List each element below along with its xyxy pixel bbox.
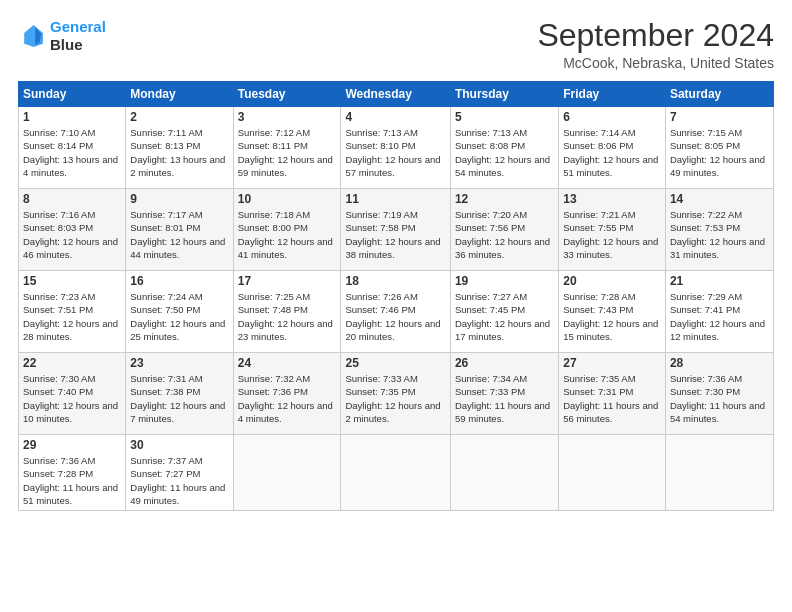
day-number: 8 <box>23 192 121 206</box>
calendar: Sunday Monday Tuesday Wednesday Thursday… <box>18 81 774 511</box>
day-number: 7 <box>670 110 769 124</box>
day-number: 23 <box>130 356 228 370</box>
table-row <box>559 435 666 511</box>
day-number: 16 <box>130 274 228 288</box>
calendar-header-row: Sunday Monday Tuesday Wednesday Thursday… <box>19 82 774 107</box>
day-info: Sunrise: 7:13 AM Sunset: 8:08 PM Dayligh… <box>455 126 554 179</box>
day-number: 19 <box>455 274 554 288</box>
day-info: Sunrise: 7:19 AM Sunset: 7:58 PM Dayligh… <box>345 208 445 261</box>
page: General Blue September 2024 McCook, Nebr… <box>0 0 792 612</box>
day-info: Sunrise: 7:36 AM Sunset: 7:28 PM Dayligh… <box>23 454 121 507</box>
table-row: 26 Sunrise: 7:34 AM Sunset: 7:33 PM Dayl… <box>450 353 558 435</box>
day-info: Sunrise: 7:21 AM Sunset: 7:55 PM Dayligh… <box>563 208 661 261</box>
day-info: Sunrise: 7:20 AM Sunset: 7:56 PM Dayligh… <box>455 208 554 261</box>
col-tuesday: Tuesday <box>233 82 341 107</box>
day-info: Sunrise: 7:32 AM Sunset: 7:36 PM Dayligh… <box>238 372 337 425</box>
day-info: Sunrise: 7:11 AM Sunset: 8:13 PM Dayligh… <box>130 126 228 179</box>
table-row: 29 Sunrise: 7:36 AM Sunset: 7:28 PM Dayl… <box>19 435 126 511</box>
table-row: 1 Sunrise: 7:10 AM Sunset: 8:14 PM Dayli… <box>19 107 126 189</box>
table-row: 28 Sunrise: 7:36 AM Sunset: 7:30 PM Dayl… <box>665 353 773 435</box>
day-info: Sunrise: 7:28 AM Sunset: 7:43 PM Dayligh… <box>563 290 661 343</box>
day-number: 9 <box>130 192 228 206</box>
table-row: 21 Sunrise: 7:29 AM Sunset: 7:41 PM Dayl… <box>665 271 773 353</box>
day-info: Sunrise: 7:15 AM Sunset: 8:05 PM Dayligh… <box>670 126 769 179</box>
day-number: 14 <box>670 192 769 206</box>
day-info: Sunrise: 7:33 AM Sunset: 7:35 PM Dayligh… <box>345 372 445 425</box>
table-row: 30 Sunrise: 7:37 AM Sunset: 7:27 PM Dayl… <box>126 435 233 511</box>
day-info: Sunrise: 7:10 AM Sunset: 8:14 PM Dayligh… <box>23 126 121 179</box>
table-row: 7 Sunrise: 7:15 AM Sunset: 8:05 PM Dayli… <box>665 107 773 189</box>
table-row: 12 Sunrise: 7:20 AM Sunset: 7:56 PM Dayl… <box>450 189 558 271</box>
table-row <box>233 435 341 511</box>
col-saturday: Saturday <box>665 82 773 107</box>
day-info: Sunrise: 7:34 AM Sunset: 7:33 PM Dayligh… <box>455 372 554 425</box>
table-row <box>450 435 558 511</box>
day-info: Sunrise: 7:12 AM Sunset: 8:11 PM Dayligh… <box>238 126 337 179</box>
day-number: 30 <box>130 438 228 452</box>
day-number: 27 <box>563 356 661 370</box>
day-info: Sunrise: 7:13 AM Sunset: 8:10 PM Dayligh… <box>345 126 445 179</box>
day-number: 3 <box>238 110 337 124</box>
day-info: Sunrise: 7:35 AM Sunset: 7:31 PM Dayligh… <box>563 372 661 425</box>
day-number: 13 <box>563 192 661 206</box>
table-row: 17 Sunrise: 7:25 AM Sunset: 7:48 PM Dayl… <box>233 271 341 353</box>
table-row: 19 Sunrise: 7:27 AM Sunset: 7:45 PM Dayl… <box>450 271 558 353</box>
day-info: Sunrise: 7:16 AM Sunset: 8:03 PM Dayligh… <box>23 208 121 261</box>
col-thursday: Thursday <box>450 82 558 107</box>
day-number: 17 <box>238 274 337 288</box>
logo-text: General Blue <box>50 18 106 54</box>
day-number: 25 <box>345 356 445 370</box>
day-info: Sunrise: 7:36 AM Sunset: 7:30 PM Dayligh… <box>670 372 769 425</box>
logo-icon <box>18 22 46 50</box>
table-row <box>341 435 450 511</box>
day-info: Sunrise: 7:30 AM Sunset: 7:40 PM Dayligh… <box>23 372 121 425</box>
day-number: 24 <box>238 356 337 370</box>
day-number: 1 <box>23 110 121 124</box>
table-row: 23 Sunrise: 7:31 AM Sunset: 7:38 PM Dayl… <box>126 353 233 435</box>
table-row: 10 Sunrise: 7:18 AM Sunset: 8:00 PM Dayl… <box>233 189 341 271</box>
table-row: 3 Sunrise: 7:12 AM Sunset: 8:11 PM Dayli… <box>233 107 341 189</box>
day-info: Sunrise: 7:23 AM Sunset: 7:51 PM Dayligh… <box>23 290 121 343</box>
day-info: Sunrise: 7:22 AM Sunset: 7:53 PM Dayligh… <box>670 208 769 261</box>
table-row: 13 Sunrise: 7:21 AM Sunset: 7:55 PM Dayl… <box>559 189 666 271</box>
day-info: Sunrise: 7:17 AM Sunset: 8:01 PM Dayligh… <box>130 208 228 261</box>
day-number: 18 <box>345 274 445 288</box>
day-number: 22 <box>23 356 121 370</box>
table-row: 25 Sunrise: 7:33 AM Sunset: 7:35 PM Dayl… <box>341 353 450 435</box>
day-info: Sunrise: 7:25 AM Sunset: 7:48 PM Dayligh… <box>238 290 337 343</box>
day-number: 28 <box>670 356 769 370</box>
table-row: 8 Sunrise: 7:16 AM Sunset: 8:03 PM Dayli… <box>19 189 126 271</box>
col-sunday: Sunday <box>19 82 126 107</box>
day-info: Sunrise: 7:14 AM Sunset: 8:06 PM Dayligh… <box>563 126 661 179</box>
day-number: 15 <box>23 274 121 288</box>
day-info: Sunrise: 7:27 AM Sunset: 7:45 PM Dayligh… <box>455 290 554 343</box>
day-number: 5 <box>455 110 554 124</box>
header: General Blue September 2024 McCook, Nebr… <box>18 18 774 71</box>
table-row <box>665 435 773 511</box>
table-row: 2 Sunrise: 7:11 AM Sunset: 8:13 PM Dayli… <box>126 107 233 189</box>
table-row: 20 Sunrise: 7:28 AM Sunset: 7:43 PM Dayl… <box>559 271 666 353</box>
col-wednesday: Wednesday <box>341 82 450 107</box>
day-number: 10 <box>238 192 337 206</box>
month-title: September 2024 <box>537 18 774 53</box>
day-number: 2 <box>130 110 228 124</box>
table-row: 6 Sunrise: 7:14 AM Sunset: 8:06 PM Dayli… <box>559 107 666 189</box>
table-row: 16 Sunrise: 7:24 AM Sunset: 7:50 PM Dayl… <box>126 271 233 353</box>
day-number: 4 <box>345 110 445 124</box>
table-row: 27 Sunrise: 7:35 AM Sunset: 7:31 PM Dayl… <box>559 353 666 435</box>
col-monday: Monday <box>126 82 233 107</box>
day-info: Sunrise: 7:37 AM Sunset: 7:27 PM Dayligh… <box>130 454 228 507</box>
day-number: 12 <box>455 192 554 206</box>
table-row: 14 Sunrise: 7:22 AM Sunset: 7:53 PM Dayl… <box>665 189 773 271</box>
day-number: 21 <box>670 274 769 288</box>
day-info: Sunrise: 7:24 AM Sunset: 7:50 PM Dayligh… <box>130 290 228 343</box>
table-row: 15 Sunrise: 7:23 AM Sunset: 7:51 PM Dayl… <box>19 271 126 353</box>
title-block: September 2024 McCook, Nebraska, United … <box>537 18 774 71</box>
table-row: 4 Sunrise: 7:13 AM Sunset: 8:10 PM Dayli… <box>341 107 450 189</box>
table-row: 5 Sunrise: 7:13 AM Sunset: 8:08 PM Dayli… <box>450 107 558 189</box>
table-row: 11 Sunrise: 7:19 AM Sunset: 7:58 PM Dayl… <box>341 189 450 271</box>
day-number: 11 <box>345 192 445 206</box>
table-row: 18 Sunrise: 7:26 AM Sunset: 7:46 PM Dayl… <box>341 271 450 353</box>
table-row: 22 Sunrise: 7:30 AM Sunset: 7:40 PM Dayl… <box>19 353 126 435</box>
day-info: Sunrise: 7:29 AM Sunset: 7:41 PM Dayligh… <box>670 290 769 343</box>
